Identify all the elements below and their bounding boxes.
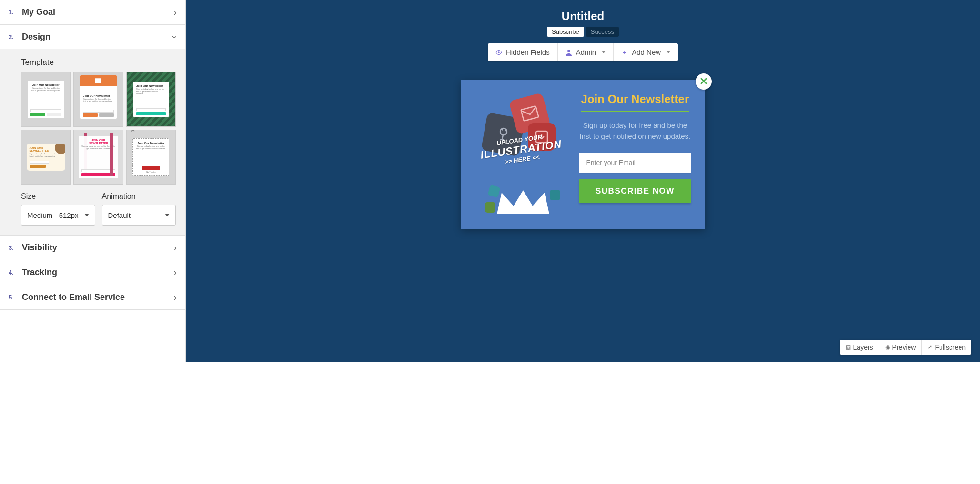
- add-new-dropdown[interactable]: + Add New: [614, 43, 678, 61]
- caret-down-icon: [602, 51, 606, 53]
- expand-icon: ⤢: [928, 344, 932, 350]
- template-grid: Join Our NewsletterSign up today for fre…: [21, 72, 176, 185]
- popup-content: Join Our Newsletter Sign up today for fr…: [579, 93, 690, 216]
- template-option-1[interactable]: Join Our NewsletterSign up today for fre…: [21, 72, 71, 127]
- layers-button[interactable]: ▧Layers: [840, 340, 879, 355]
- view-tools: ▧Layers ◉Preview ⤢Fullscreen: [840, 340, 971, 355]
- state-tabs: Subscribe Success: [547, 27, 619, 37]
- svg-point-0: [498, 51, 500, 53]
- step-number: 3.: [9, 244, 22, 251]
- tab-success[interactable]: Success: [586, 27, 619, 37]
- editor-canvas: Untitled Subscribe Success Hidden Fields…: [186, 0, 980, 362]
- admin-label: Admin: [576, 48, 596, 56]
- accordion-my-goal[interactable]: 1. My Goal ›: [0, 0, 185, 25]
- caret-down-icon: [84, 214, 89, 216]
- hidden-fields-label: Hidden Fields: [506, 48, 550, 56]
- chevron-right-icon: ›: [173, 267, 177, 278]
- canvas-toolbar: Hidden Fields Admin + Add New: [488, 43, 678, 61]
- eye-icon: ◉: [885, 344, 890, 350]
- document-title[interactable]: Untitled: [562, 10, 604, 23]
- admin-dropdown[interactable]: Admin: [558, 43, 614, 61]
- step-title: Visibility: [22, 243, 173, 253]
- user-icon: [566, 49, 572, 56]
- layers-icon: ▧: [846, 344, 851, 350]
- svg-rect-3: [521, 106, 538, 121]
- eye-icon: [495, 49, 502, 56]
- plus-icon: +: [621, 49, 628, 56]
- popup-body[interactable]: UPLOAD YOUR ILLUSTRATION >> HERE << Join…: [461, 80, 705, 229]
- template-option-6[interactable]: ✂ Join Our NewsletterSign up today for f…: [126, 130, 176, 185]
- step-title: Design: [22, 32, 173, 42]
- chevron-right-icon: ›: [173, 242, 177, 253]
- template-option-3[interactable]: Join Our NewsletterSign up today for fre…: [126, 72, 176, 127]
- popup-description[interactable]: Sign up today for free and be the first …: [579, 120, 690, 142]
- animation-label: Animation: [102, 192, 176, 201]
- preview-button[interactable]: ◉Preview: [879, 340, 922, 355]
- chevron-right-icon: ›: [173, 7, 177, 18]
- accordion-tracking[interactable]: 4.Tracking›: [0, 260, 185, 285]
- animation-select[interactable]: Default: [102, 205, 176, 226]
- close-button[interactable]: ✕: [696, 73, 712, 90]
- step-number: 2.: [9, 33, 22, 41]
- step-number: 5.: [9, 294, 22, 301]
- popup-preview: ✕ UPLOAD YOUR ILLUSTRATION >> HERE << Jo…: [461, 80, 705, 229]
- accordion-design-header[interactable]: 2. Design ›: [0, 25, 185, 49]
- tab-subscribe[interactable]: Subscribe: [547, 27, 584, 37]
- step-number: 1.: [9, 9, 22, 16]
- step-number: 4.: [9, 269, 22, 276]
- subscribe-button[interactable]: SUBSCRIBE NOW: [579, 179, 690, 203]
- add-new-label: Add New: [632, 48, 661, 56]
- template-option-4[interactable]: JOIN OUR NEWSLETTERSign up today for fre…: [21, 130, 71, 185]
- popup-title[interactable]: Join Our Newsletter: [581, 93, 689, 112]
- size-label: Size: [21, 192, 95, 201]
- size-select[interactable]: Medium - 512px: [21, 205, 95, 226]
- step-title: My Goal: [22, 7, 173, 17]
- design-panel: Template Join Our NewsletterSign up toda…: [0, 49, 185, 235]
- step-title: Connect to Email Service: [22, 292, 173, 302]
- template-label: Template: [21, 58, 176, 67]
- chevron-right-icon: ›: [173, 292, 177, 303]
- animation-value: Default: [108, 211, 131, 219]
- caret-down-icon: [165, 214, 170, 216]
- fullscreen-button[interactable]: ⤢Fullscreen: [922, 340, 971, 355]
- crown-icon: [495, 188, 552, 216]
- template-option-2[interactable]: Join Our NewsletterSign up today for fre…: [73, 72, 123, 127]
- accordion-visibility[interactable]: 3.Visibility›: [0, 236, 185, 260]
- close-icon: ✕: [699, 76, 708, 87]
- illustration-placeholder[interactable]: UPLOAD YOUR ILLUSTRATION >> HERE <<: [475, 93, 570, 216]
- accordion-design: 2. Design › Template Join Our Newsletter…: [0, 25, 185, 236]
- scissors-icon: ✂: [131, 129, 135, 133]
- email-input[interactable]: [579, 153, 690, 173]
- template-option-5[interactable]: JOIN OUR NEWSLETTERSign up today for fre…: [73, 130, 123, 185]
- chevron-down-icon: ›: [170, 35, 181, 39]
- size-value: Medium - 512px: [27, 211, 79, 219]
- svg-point-1: [567, 50, 570, 52]
- hidden-fields-button[interactable]: Hidden Fields: [488, 43, 558, 61]
- settings-sidebar: 1. My Goal › 2. Design › Template Join O…: [0, 0, 186, 362]
- accordion-email-service[interactable]: 5.Connect to Email Service›: [0, 285, 185, 310]
- caret-down-icon: [667, 51, 670, 53]
- step-title: Tracking: [22, 268, 173, 278]
